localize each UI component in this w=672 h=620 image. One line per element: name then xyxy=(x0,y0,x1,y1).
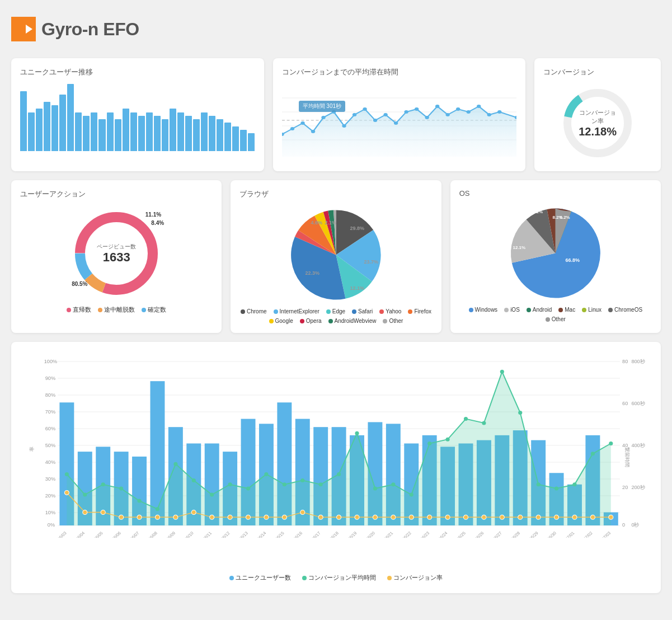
avg-time-dot xyxy=(83,493,87,497)
bottom-chart-svg: 100% 90% 80% 70% 60% 50% 40% 30% 20% 10%… xyxy=(22,353,650,538)
os-chart-area: 66.8% 12.1% 10.2% 8.2% 0.2% Windows iOS … xyxy=(459,204,652,322)
conv-rate-dot xyxy=(609,515,613,519)
bar xyxy=(67,84,74,151)
svg-text:23.7%: 23.7% xyxy=(364,259,378,265)
user-action-center: ページビュー数 1633 xyxy=(97,243,136,265)
chrome-dot xyxy=(241,309,245,314)
conversion-title: コンバージョン xyxy=(543,67,652,77)
avg-time-dot xyxy=(591,452,595,455)
firefox-label: Firefox xyxy=(414,308,431,314)
bottom-card: 100% 90% 80% 70% 60% 50% 40% 30% 20% 10%… xyxy=(11,342,661,593)
os-title: OS xyxy=(459,189,652,198)
conv-rate-dot xyxy=(387,576,392,580)
windows-dot xyxy=(469,308,473,312)
svg-point-8 xyxy=(311,130,314,133)
avg-time-dot xyxy=(391,482,395,486)
x-axis-label: 2020/06/13 xyxy=(231,530,249,538)
svg-point-15 xyxy=(383,113,387,116)
ie-label: InternetExplorer xyxy=(280,308,319,314)
avg-time-dot xyxy=(427,441,431,445)
bar xyxy=(146,112,153,151)
x-axis-label: 2020/06/16 xyxy=(285,530,303,538)
bar xyxy=(185,116,192,151)
conv-rate-dot xyxy=(83,510,87,515)
os-legend: Windows iOS Android Mac Linux xyxy=(459,307,652,322)
svg-point-25 xyxy=(487,113,491,116)
ua-pct-1: 11.1% xyxy=(145,212,161,218)
avg-time-dot xyxy=(156,507,159,511)
conv-rate-dot xyxy=(445,515,450,519)
legend-google: Google xyxy=(269,318,293,324)
mac-dot xyxy=(558,308,563,312)
legend-other-os: Other xyxy=(546,316,566,322)
edge-dot xyxy=(326,309,331,314)
avg-time-dot xyxy=(210,493,214,497)
browser-title: ブラウザ xyxy=(239,189,432,199)
conv-rate-dot xyxy=(355,515,359,519)
x-axis-label: 2020/06/09 xyxy=(158,530,176,538)
bar xyxy=(20,91,27,151)
svg-text:50%: 50% xyxy=(45,443,55,448)
svg-point-26 xyxy=(497,110,501,114)
legend-edge: Edge xyxy=(326,308,345,314)
conv-rate-dot xyxy=(427,515,432,519)
other-browser-label: Other xyxy=(389,318,403,324)
avg-time-dot xyxy=(173,462,177,466)
conv-rate-dot xyxy=(101,510,105,515)
svg-point-20 xyxy=(435,105,439,108)
bar xyxy=(170,109,176,151)
svg-point-18 xyxy=(415,107,419,111)
svg-text:率: 率 xyxy=(29,447,35,452)
unique-users-card: ユニークユーザー推移 xyxy=(11,58,264,171)
legend-confirm: 確定数 xyxy=(142,306,166,314)
svg-text:200秒: 200秒 xyxy=(631,485,645,490)
conv-rate-dot xyxy=(409,515,413,519)
bar xyxy=(98,119,105,151)
edge-label: Edge xyxy=(332,308,345,314)
chrome-label: Chrome xyxy=(247,308,267,314)
legend-windows: Windows xyxy=(469,307,498,313)
firefox-dot xyxy=(408,309,412,314)
bar xyxy=(36,109,43,151)
conv-rate-dot xyxy=(210,515,214,519)
avg-time-dot xyxy=(609,441,613,445)
legend-ios: iOS xyxy=(504,307,520,313)
user-action-center-value: 1633 xyxy=(97,250,136,265)
x-axis-label: 2020/06/10 xyxy=(176,530,194,538)
avg-time-chart: 平均時間 301秒 xyxy=(282,84,517,157)
avg-time-dot xyxy=(373,487,377,491)
avg-time-dot xyxy=(482,421,486,425)
dropout-dot xyxy=(98,308,102,312)
svg-point-16 xyxy=(394,121,398,125)
x-axis-label: 2020/06/22 xyxy=(393,530,412,538)
conv-rate-dot xyxy=(572,515,577,519)
bounce-dot xyxy=(67,308,71,312)
avg-time-dot xyxy=(337,472,341,476)
svg-text:0: 0 xyxy=(622,522,625,528)
linux-dot xyxy=(582,308,586,312)
svg-point-11 xyxy=(342,124,346,128)
chromeos-label: ChromeOS xyxy=(614,307,642,313)
svg-text:66.8%: 66.8% xyxy=(566,257,580,263)
avg-time-dot xyxy=(101,482,105,486)
conv-time-legend-label: コンバージョン平均時間 xyxy=(308,574,376,582)
user-action-card: ユーザーアクション ページビュー数 1633 11.1% 8.4% 80.5% … xyxy=(11,180,222,333)
conv-time-dot xyxy=(302,576,307,580)
bar xyxy=(115,119,121,151)
conv-rate-dot xyxy=(155,515,159,519)
logo-text: Gyro-n EFO xyxy=(41,19,139,40)
os-pie: 66.8% 12.1% 10.2% 8.2% 0.2% xyxy=(504,204,607,302)
ie-dot xyxy=(274,309,278,314)
conv-rate-dot xyxy=(518,515,523,519)
conv-rate-dot xyxy=(590,515,595,519)
other-os-label: Other xyxy=(552,316,566,322)
x-axis-label: 2020/06/30 xyxy=(539,530,557,538)
bar xyxy=(162,119,168,151)
bar xyxy=(193,119,200,151)
conversion-donut: コンバージョン率 12.18% xyxy=(558,84,637,162)
bar xyxy=(177,112,184,151)
legend-mac: Mac xyxy=(558,307,575,313)
svg-text:60: 60 xyxy=(622,401,628,406)
linux-label: Linux xyxy=(588,307,601,313)
google-dot xyxy=(269,319,274,323)
